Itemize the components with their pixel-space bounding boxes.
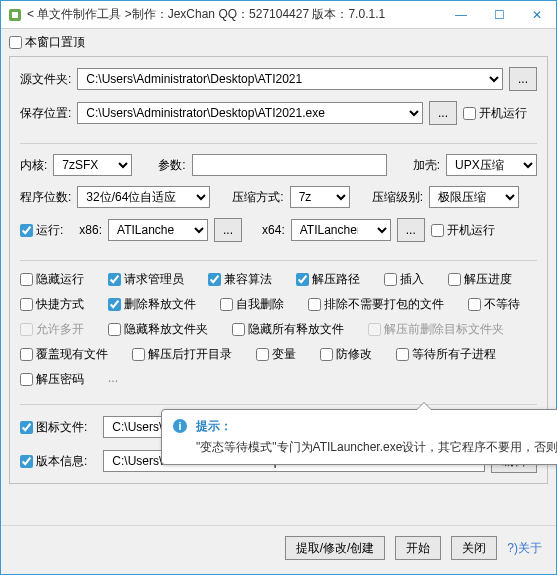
multi-open-checkbox: 允许多开 <box>20 321 84 338</box>
source-browse-button[interactable]: ... <box>509 67 537 91</box>
extract-progress-checkbox[interactable]: 解压进度 <box>448 271 512 288</box>
start-button[interactable]: 开始 <box>395 536 441 560</box>
save-browse-button[interactable]: ... <box>429 101 457 125</box>
pack-label: 加壳: <box>413 157 440 174</box>
args-input[interactable] <box>192 154 387 176</box>
about-link[interactable]: ?)关于 <box>507 540 542 557</box>
kernel-select[interactable]: 7zSFX <box>53 154 132 176</box>
bits-label: 程序位数: <box>20 189 71 206</box>
icon-file-checkbox[interactable]: 图标文件: <box>20 419 87 436</box>
x64-select[interactable]: ATILancher. <box>291 219 391 241</box>
args-label: 参数: <box>158 157 185 174</box>
minimize-button[interactable]: — <box>442 1 480 28</box>
level-label: 压缩级别: <box>372 189 423 206</box>
version-info-checkbox[interactable]: 版本信息: <box>20 453 87 470</box>
zip-label: 压缩方式: <box>232 189 283 206</box>
source-folder-label: 源文件夹: <box>20 71 71 88</box>
x64-browse-button[interactable]: ... <box>397 218 425 242</box>
svg-rect-1 <box>12 12 18 18</box>
save-path-label: 保存位置: <box>20 105 71 122</box>
close-app-button[interactable]: 关闭 <box>451 536 497 560</box>
maximize-button[interactable]: ☐ <box>480 1 518 28</box>
del-target-before-checkbox: 解压前删除目标文件夹 <box>368 321 504 338</box>
no-wait-checkbox[interactable]: 不等待 <box>468 296 520 313</box>
x86-select[interactable]: ATILancher. <box>108 219 208 241</box>
app-icon <box>7 7 23 23</box>
close-button[interactable]: ✕ <box>518 1 556 28</box>
svg-text:i: i <box>178 420 181 432</box>
hide-release-dir-checkbox[interactable]: 隐藏释放文件夹 <box>108 321 208 338</box>
autostart2-checkbox[interactable]: 开机运行 <box>431 222 495 239</box>
bits-select[interactable]: 32位/64位自适应 <box>77 186 210 208</box>
compat-algo-checkbox[interactable]: 兼容算法 <box>208 271 272 288</box>
plugin-checkbox[interactable]: 插入 <box>384 271 424 288</box>
extract-path-checkbox[interactable]: 解压路径 <box>296 271 360 288</box>
variable-checkbox[interactable]: 变量 <box>256 346 296 363</box>
save-path-select[interactable]: C:\Users\Administrator\Desktop\ATI2021.e… <box>77 102 423 124</box>
window-title: < 单文件制作工具 >制作：JexChan QQ：527104427 版本：7.… <box>27 6 442 23</box>
x64-label: x64: <box>262 223 285 237</box>
extract-pwd-checkbox[interactable]: 解压密码 <box>20 371 84 388</box>
hide-all-release-checkbox[interactable]: 隐藏所有释放文件 <box>232 321 344 338</box>
info-icon: i <box>172 418 188 434</box>
overwrite-checkbox[interactable]: 覆盖现有文件 <box>20 346 108 363</box>
open-dir-after-checkbox[interactable]: 解压后打开目录 <box>132 346 232 363</box>
always-on-top-checkbox[interactable]: 本窗口置顶 <box>9 34 85 51</box>
req-admin-checkbox[interactable]: 请求管理员 <box>108 271 184 288</box>
exclude-pack-checkbox[interactable]: 排除不需要打包的文件 <box>308 296 444 313</box>
zip-select[interactable]: 7z <box>290 186 350 208</box>
hide-run-checkbox[interactable]: 隐藏运行 <box>20 271 84 288</box>
tooltip: i 提示： "变态等待模式"专门为ATILauncher.exe设计，其它程序不… <box>161 409 557 465</box>
source-folder-select[interactable]: C:\Users\Administrator\Desktop\ATI2021 <box>77 68 503 90</box>
pack-select[interactable]: UPX压缩 <box>446 154 537 176</box>
del-release-checkbox[interactable]: 删除释放文件 <box>108 296 196 313</box>
run-checkbox[interactable]: 运行: <box>20 222 63 239</box>
ellipsis-label: ... <box>108 371 118 388</box>
level-select[interactable]: 极限压缩 <box>429 186 519 208</box>
self-delete-checkbox[interactable]: 自我删除 <box>220 296 284 313</box>
tooltip-title: 提示： <box>196 418 557 435</box>
extract-modify-create-button[interactable]: 提取/修改/创建 <box>285 536 386 560</box>
anti-modify-checkbox[interactable]: 防修改 <box>320 346 372 363</box>
x86-browse-button[interactable]: ... <box>214 218 242 242</box>
autostart-checkbox[interactable]: 开机运行 <box>463 105 527 122</box>
wait-all-child-checkbox[interactable]: 等待所有子进程 <box>396 346 496 363</box>
x86-label: x86: <box>79 223 102 237</box>
kernel-label: 内核: <box>20 157 47 174</box>
tooltip-text: "变态等待模式"专门为ATILauncher.exe设计，其它程序不要用，否则会 <box>196 439 557 456</box>
shortcut-checkbox[interactable]: 快捷方式 <box>20 296 84 313</box>
